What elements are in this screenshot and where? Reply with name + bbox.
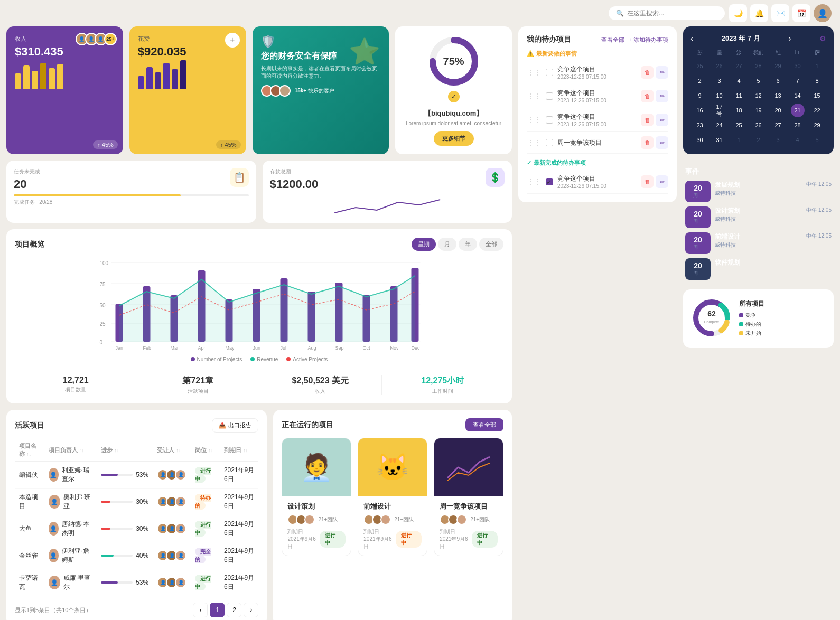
event-item[interactable]: 20 周一 前端设计 威特科技 中午 12:05 [685, 232, 832, 254]
calendar-day[interactable]: 2 [693, 74, 707, 88]
edit-todo-button[interactable]: ✏ [656, 114, 668, 126]
search-box[interactable]: 🔍 [609, 6, 725, 20]
col-name[interactable]: 项目名称 ↑↓ [15, 439, 44, 462]
calendar-day[interactable]: 23 [693, 118, 707, 132]
calendar-button[interactable]: 📅 [792, 4, 810, 22]
calendar-day[interactable]: 12 [752, 89, 766, 102]
calendar-day[interactable]: 28 [791, 118, 805, 132]
calendar-prev-button[interactable]: ‹ [690, 34, 693, 43]
col-assignee[interactable]: 受让人 ↑↓ [153, 439, 191, 462]
tab-week[interactable]: 星期 [412, 238, 436, 251]
calendar-day[interactable]: 3 [771, 133, 785, 147]
calendar-day[interactable]: 19 [752, 104, 766, 117]
calendar-day[interactable]: 11 [732, 89, 746, 102]
settings-icon[interactable]: ⚙ [819, 34, 826, 43]
calendar-day[interactable]: 7 [791, 74, 805, 88]
calendar-day[interactable]: 9 [693, 89, 707, 102]
edit-todo-button[interactable]: ✏ [656, 175, 668, 188]
done-checkbox[interactable]: ✓ [546, 178, 553, 185]
col-due[interactable]: 到期日 ↑↓ [220, 439, 259, 462]
calendar-next-button[interactable]: › [788, 34, 791, 43]
page-1-button[interactable]: 1 [210, 603, 225, 617]
calendar-day[interactable]: 26 [752, 118, 766, 132]
expense-add-button[interactable]: + [225, 33, 240, 48]
dark-mode-toggle[interactable]: 🌙 [729, 4, 747, 22]
calendar-day[interactable]: 5 [810, 133, 824, 147]
delete-todo-button[interactable]: 🗑 [641, 175, 654, 188]
calendar-day[interactable]: 6 [771, 74, 785, 88]
due-date: 2021年9月6日 [440, 536, 472, 550]
edit-todo-button[interactable]: ✏ [656, 136, 668, 149]
col-manager[interactable]: 项目负责人 ↑↓ [44, 439, 97, 462]
event-item[interactable]: 20 周一 设计策划 威特科技 中午 12:05 [685, 206, 832, 228]
calendar-day[interactable]: 21 [791, 104, 805, 117]
next-page-button[interactable]: › [244, 603, 258, 617]
col-status[interactable]: 岗位 ↑↓ [191, 439, 220, 462]
drag-handle[interactable]: ⋮⋮ [527, 116, 542, 124]
calendar-day[interactable]: 3 [713, 74, 726, 88]
drag-handle[interactable]: ⋮⋮ [527, 68, 542, 77]
calendar-day[interactable]: 27 [732, 59, 746, 73]
delete-todo-button[interactable]: 🗑 [641, 136, 654, 149]
col-progress[interactable]: 进步 ↑↓ [97, 439, 153, 462]
calendar-day[interactable]: 26 [713, 59, 726, 73]
delete-todo-button[interactable]: 🗑 [641, 90, 654, 102]
todo-checkbox[interactable] [546, 116, 553, 124]
calendar-day[interactable]: 4 [732, 74, 746, 88]
prev-page-button[interactable]: ‹ [193, 603, 208, 617]
export-button[interactable]: 📤 出口报告 [212, 418, 258, 433]
mail-button[interactable]: ✉️ [771, 4, 789, 22]
notifications-button[interactable]: 🔔 [750, 4, 768, 22]
calendar-day[interactable]: 8 [810, 74, 824, 88]
tab-year[interactable]: 年 [459, 238, 477, 251]
calendar-day[interactable]: 25 [693, 59, 707, 73]
event-item[interactable]: 20 周一 软件规划 [685, 258, 832, 280]
calendar-day[interactable]: 5 [752, 74, 766, 88]
calendar-day[interactable]: 1 [732, 133, 746, 147]
todo-checkbox[interactable] [546, 92, 553, 100]
calendar-day[interactable]: 1 [810, 59, 824, 73]
tab-all[interactable]: 全部 [479, 238, 503, 251]
view-all-running-button[interactable]: 查看全部 [465, 418, 503, 431]
calendar-day[interactable]: 10 [713, 89, 726, 102]
calendar-day[interactable]: 15 [810, 89, 824, 102]
add-todo-link[interactable]: + 添加待办事项 [629, 36, 668, 44]
calendar-day[interactable]: 25 [732, 118, 746, 132]
running-project-card[interactable]: 🐱 前端设计 21+团队 到期日 2021年9月6日 进行中 [358, 438, 427, 556]
todo-checkbox[interactable] [546, 139, 553, 146]
running-project-card[interactable]: 周一竞争该项目 21+团队 到期日 2021年9月6日 进行中 [434, 438, 503, 556]
calendar-day[interactable]: 27 [771, 118, 785, 132]
drag-handle[interactable]: ⋮⋮ [527, 177, 542, 186]
page-2-button[interactable]: 2 [227, 603, 241, 617]
calendar-day[interactable]: 31 [713, 133, 726, 147]
calendar-day[interactable]: 20 [771, 104, 785, 117]
calendar-day[interactable]: 18 [732, 104, 746, 117]
todo-checkbox[interactable] [546, 69, 553, 76]
edit-todo-button[interactable]: ✏ [656, 66, 668, 79]
view-all-todo-link[interactable]: 查看全部 [601, 36, 624, 44]
event-item[interactable]: 20 周一 发展规划 威特科技 中午 12:05 [685, 181, 832, 202]
calendar-day[interactable]: 29 [810, 118, 824, 132]
search-input[interactable] [627, 10, 712, 17]
calendar-day[interactable]: 29 [771, 59, 785, 73]
calendar-day[interactable]: 14 [791, 89, 805, 102]
calendar-day[interactable]: 30 [693, 133, 707, 147]
running-project-card[interactable]: 🧑‍💼 设计策划 21+团队 到期日 2021年9月6日 进行中 [282, 438, 351, 556]
detail-button[interactable]: 更多细节 [434, 131, 474, 146]
drag-handle[interactable]: ⋮⋮ [527, 92, 542, 100]
calendar-day[interactable]: 16 [693, 104, 707, 117]
calendar-day[interactable]: 13 [771, 89, 785, 102]
delete-todo-button[interactable]: 🗑 [641, 114, 654, 126]
calendar-day[interactable]: 28 [752, 59, 766, 73]
delete-todo-button[interactable]: 🗑 [641, 66, 654, 79]
calendar-day[interactable]: 17号 [713, 104, 726, 117]
calendar-day[interactable]: 22 [810, 104, 824, 117]
calendar-day[interactable]: 4 [791, 133, 805, 147]
tab-month[interactable]: 月 [438, 238, 456, 251]
calendar-day[interactable]: 24 [713, 118, 726, 132]
calendar-day[interactable]: 30 [791, 59, 805, 73]
edit-todo-button[interactable]: ✏ [656, 90, 668, 102]
calendar-day[interactable]: 2 [752, 133, 766, 147]
drag-handle[interactable]: ⋮⋮ [527, 138, 542, 147]
user-avatar[interactable]: 👤 [814, 4, 832, 22]
